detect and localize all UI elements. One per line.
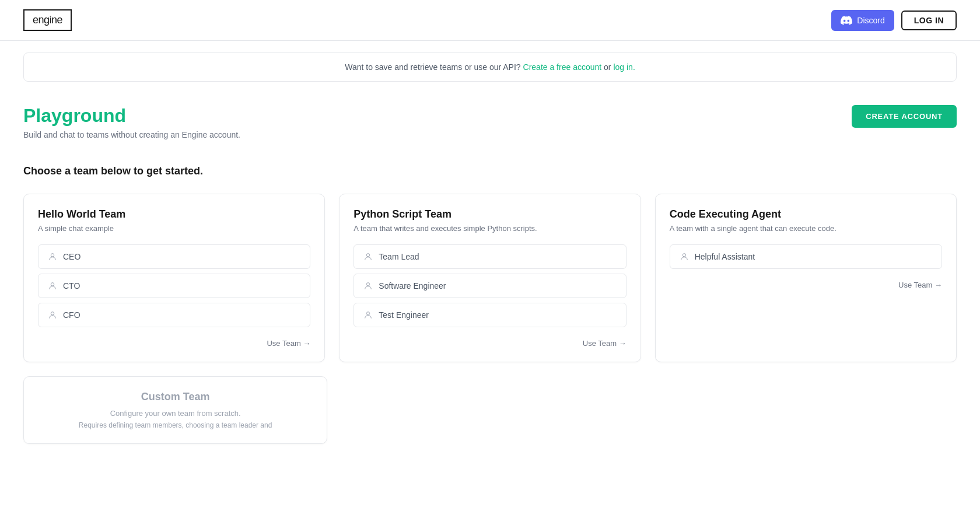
page-header-text: Playground Build and chat to teams witho…: [23, 105, 240, 153]
agent-list-hello-world: CEO CTO CFO: [38, 244, 310, 327]
agent-label-cfo: CFO: [63, 310, 80, 320]
person-icon: [363, 310, 373, 320]
header-actions: Discord LOG IN: [831, 10, 957, 31]
agent-label-cto: CTO: [63, 281, 80, 290]
use-team-link-code-executing[interactable]: Use Team →: [670, 281, 942, 289]
person-icon: [680, 252, 689, 261]
team-card-code-executing: Code Executing Agent A team with a singl…: [655, 194, 957, 362]
discord-button[interactable]: Discord: [831, 10, 894, 31]
agent-list-code-executing: Helpful Assistant: [670, 244, 942, 269]
logo: engine: [23, 9, 72, 31]
custom-team-desc2: Requires defining team members, choosing…: [38, 421, 313, 429]
page-title: Playground: [23, 105, 240, 127]
agent-item-helpful-assistant: Helpful Assistant: [670, 244, 942, 269]
page-header-row: Playground Build and chat to teams witho…: [23, 105, 957, 153]
banner-or: or: [604, 62, 613, 72]
team-card-title-hello-world: Hello World Team: [38, 208, 310, 220]
team-card-desc-hello-world: A simple chat example: [38, 224, 310, 233]
svg-point-1: [51, 283, 54, 286]
agent-label-ceo: CEO: [63, 252, 80, 261]
svg-point-5: [367, 312, 370, 315]
banner-text: Want to save and retrieve teams or use o…: [345, 62, 520, 72]
discord-icon: [841, 15, 852, 26]
custom-team-card: Custom Team Configure your own team from…: [23, 376, 327, 444]
person-icon: [363, 252, 373, 261]
main-content: Playground Build and chat to teams witho…: [0, 93, 980, 456]
team-card-title-python: Python Script Team: [354, 208, 626, 220]
create-account-link[interactable]: Create a free account: [523, 62, 602, 72]
agent-label-team-lead: Team Lead: [379, 252, 419, 261]
info-banner: Want to save and retrieve teams or use o…: [23, 52, 957, 82]
custom-team-desc1: Configure your own team from scratch.: [38, 409, 313, 418]
team-card-python: Python Script Team A team that writes an…: [339, 194, 640, 362]
teams-grid: Hello World Team A simple chat example C…: [23, 194, 957, 362]
person-icon: [48, 281, 57, 290]
custom-team-title: Custom Team: [38, 391, 313, 403]
agent-item-team-lead: Team Lead: [354, 244, 626, 269]
agent-item-test-engineer: Test Engineer: [354, 303, 626, 327]
use-team-link-python[interactable]: Use Team →: [354, 339, 626, 348]
agent-item-software-engineer: Software Engineer: [354, 274, 626, 298]
login-button[interactable]: LOG IN: [901, 10, 957, 30]
team-card-desc-code-executing: A team with a single agent that can exec…: [670, 224, 942, 233]
login-link[interactable]: log in.: [613, 62, 635, 72]
svg-point-3: [367, 254, 370, 257]
discord-label: Discord: [857, 16, 884, 25]
agent-item-ceo: CEO: [38, 244, 310, 269]
team-card-hello-world: Hello World Team A simple chat example C…: [23, 194, 325, 362]
person-icon: [363, 281, 373, 290]
create-account-button[interactable]: CREATE ACCOUNT: [852, 105, 957, 128]
svg-point-6: [682, 254, 685, 257]
agent-list-python: Team Lead Software Engineer Test Enginee…: [354, 244, 626, 327]
use-team-link-hello-world[interactable]: Use Team →: [38, 339, 310, 348]
svg-point-2: [51, 312, 54, 315]
header: engine Discord LOG IN: [0, 0, 980, 41]
agent-label-test-engineer: Test Engineer: [379, 310, 429, 320]
person-icon: [48, 310, 57, 320]
agent-item-cto: CTO: [38, 274, 310, 298]
team-card-desc-python: A team that writes and executes simple P…: [354, 224, 626, 233]
agent-label-helpful-assistant: Helpful Assistant: [695, 252, 755, 261]
agent-label-software-engineer: Software Engineer: [379, 281, 446, 290]
page-subtitle: Build and chat to teams without creating…: [23, 130, 240, 139]
choose-team-text: Choose a team below to get started.: [23, 165, 957, 177]
svg-point-0: [51, 254, 54, 257]
agent-item-cfo: CFO: [38, 303, 310, 327]
svg-point-4: [367, 283, 370, 286]
person-icon: [48, 252, 57, 261]
team-card-title-code-executing: Code Executing Agent: [670, 208, 942, 220]
